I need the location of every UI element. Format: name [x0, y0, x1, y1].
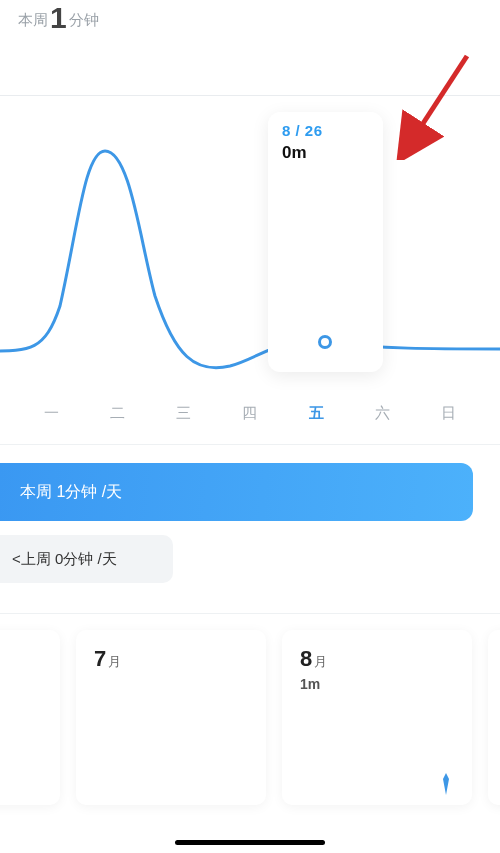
summary-suffix: 分钟 — [69, 11, 99, 30]
divider — [0, 613, 500, 614]
month-card-august[interactable]: 8月 1m — [282, 630, 472, 805]
this-week-bar[interactable]: 本周 1分钟 /天 — [0, 463, 473, 521]
last-week-bar[interactable]: <上周 0分钟 /天 — [0, 535, 173, 583]
chart-tooltip: 8 / 26 0m — [268, 112, 383, 372]
home-indicator — [175, 840, 325, 845]
chart-line — [0, 96, 500, 396]
weekday-axis: 一 二 三 四 五 六 日 — [0, 400, 500, 426]
summary-prefix: 本周 — [18, 11, 48, 30]
month-label: 7月 — [94, 646, 248, 672]
month-label: 8月 — [300, 646, 454, 672]
month-card-next[interactable] — [488, 630, 500, 805]
last-week-label: <上周 0分钟 /天 — [12, 550, 117, 569]
tooltip-date: 8 / 26 — [282, 122, 369, 139]
month-sparkline — [442, 773, 450, 795]
day-mon[interactable]: 一 — [18, 404, 84, 423]
day-sat[interactable]: 六 — [349, 404, 415, 423]
divider — [0, 444, 500, 445]
summary-header: 本周 1 分钟 — [0, 0, 500, 40]
day-fri[interactable]: 五 — [283, 404, 349, 423]
month-card-prev2[interactable]: 月 — [0, 630, 60, 805]
summary-big-number: 1 — [50, 3, 67, 33]
day-sun[interactable]: 日 — [416, 404, 482, 423]
day-tue[interactable]: 二 — [84, 404, 150, 423]
month-sub: 1m — [300, 676, 454, 692]
selected-point[interactable] — [318, 335, 332, 349]
weekly-chart[interactable]: 8 / 26 0m — [0, 96, 500, 396]
tooltip-value: 0m — [282, 143, 369, 163]
month-card-july[interactable]: 7月 — [76, 630, 266, 805]
day-thu[interactable]: 四 — [217, 404, 283, 423]
day-wed[interactable]: 三 — [151, 404, 217, 423]
month-carousel[interactable]: 月 7月 8月 1m — [0, 630, 500, 805]
this-week-label: 本周 1分钟 /天 — [20, 482, 122, 503]
month-label: 月 — [0, 646, 42, 676]
